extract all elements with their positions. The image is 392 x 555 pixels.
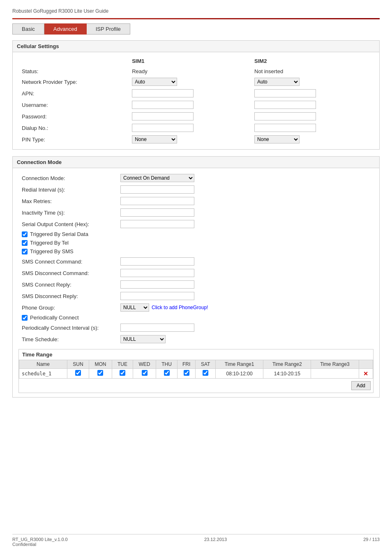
pin-type-row: PIN Type: None None <box>18 134 374 145</box>
sms-connect-cmd-label: SMS Connect Command: <box>18 256 117 267</box>
phone-group-controls: NULL Click to add PhoneGroup! <box>120 303 370 312</box>
status-label: Status: <box>18 67 129 76</box>
time-range-table: Name SUN MON TUE WED THU FRI SAT Time Ra… <box>19 360 373 379</box>
col-range1: Time Range1 <box>216 360 263 369</box>
col-wed: WED <box>133 360 156 369</box>
periodically-interval-input[interactable]: 300 <box>120 324 194 332</box>
sim1-pin-type-select[interactable]: None <box>132 135 177 143</box>
tab-isp-profile[interactable]: ISP Profile <box>87 23 130 35</box>
schedule-mon-checkbox[interactable] <box>97 370 103 376</box>
conn-mode-label: Connection Mode: <box>18 172 117 184</box>
delete-row-button[interactable]: ✕ <box>363 370 368 377</box>
col-range3: Time Range3 <box>311 360 359 369</box>
conn-mode-select[interactable]: Connect On Demand <box>120 174 194 182</box>
time-schedule-select[interactable]: NULL <box>120 335 166 343</box>
add-button[interactable]: Add <box>351 381 371 390</box>
redial-interval-row: Redial Interval (s): 30 <box>18 184 374 195</box>
sms-disconnect-cmd-input[interactable] <box>120 269 194 277</box>
conn-mode-table: Connection Mode: Connect On Demand Redia… <box>18 172 374 230</box>
add-button-container: Add <box>19 379 373 393</box>
sim2-username-input[interactable] <box>254 101 316 109</box>
triggered-serial-row: Triggered By Serial Data <box>18 230 374 238</box>
schedule-range3 <box>311 369 359 379</box>
periodically-table: Periodically Connect Interval (s): 300 T… <box>18 322 374 345</box>
triggered-serial-checkbox[interactable] <box>22 231 28 237</box>
phone-group-row: Phone Group: NULL Click to add PhoneGrou… <box>18 302 374 313</box>
footer-left: RT_UG_R3000 Lite_v.1.0.0 Confidential <box>12 537 68 547</box>
sim2-header: SIM2 <box>251 56 374 67</box>
sms-disconnect-reply-input[interactable] <box>120 292 194 300</box>
sms-disconnect-reply-label: SMS Disconnect Reply: <box>18 290 117 302</box>
schedule-sat-checkbox[interactable] <box>203 370 208 376</box>
cellular-status-row: Status: Ready Not inserted <box>18 67 374 76</box>
periodically-connect-row: Periodically Connect <box>18 313 374 322</box>
triggered-sms-checkbox[interactable] <box>22 249 28 254</box>
periodically-connect-checkbox[interactable] <box>22 315 28 321</box>
tab-basic[interactable]: Basic <box>12 23 44 35</box>
cellular-settings-title: Cellular Settings <box>13 41 379 52</box>
cellular-empty-label <box>18 56 129 67</box>
sim2-pin-type-select[interactable]: None <box>254 135 300 143</box>
sms-fields-table: SMS Connect Command: SMS Disconnect Comm… <box>18 256 374 313</box>
time-range-section: Time Range Name SUN MON TUE WED THU FRI … <box>18 349 374 393</box>
sim1-username-input[interactable] <box>132 101 194 109</box>
triggered-sms-label: Triggered By SMS <box>30 248 74 254</box>
sim1-dialup-input[interactable] <box>132 124 194 132</box>
sim2-apn-input[interactable] <box>254 89 316 97</box>
footer-confidential: Confidential <box>12 542 68 547</box>
col-action <box>359 360 373 369</box>
time-range-title: Time Range <box>19 349 373 360</box>
sim2-network-provider-select[interactable]: Auto <box>254 78 300 86</box>
footer-doc-version: RT_UG_R3000 Lite_v.1.0.0 <box>12 537 68 542</box>
max-retries-input[interactable]: 3 <box>120 197 194 205</box>
sms-connect-reply-input[interactable] <box>120 280 194 289</box>
sim2-password-input[interactable] <box>254 112 316 120</box>
triggered-tel-checkbox[interactable] <box>22 240 28 246</box>
col-fri: FRI <box>177 360 195 369</box>
sms-connect-cmd-input[interactable] <box>120 257 194 266</box>
inactivity-time-input[interactable]: 0 <box>120 208 194 217</box>
cellular-header-row: SIM1 SIM2 <box>18 56 374 67</box>
password-label: Password: <box>18 111 129 122</box>
schedule-name: schedule_1 <box>19 369 67 379</box>
dialup-row: Dialup No.: <box>18 122 374 134</box>
apn-label: APN: <box>18 88 129 99</box>
apn-row: APN: <box>18 88 374 99</box>
network-provider-label: Network Provider Type: <box>18 76 129 88</box>
max-retries-label: Max Retries: <box>18 195 117 207</box>
sms-connect-reply-label: SMS Connect Reply: <box>18 279 117 290</box>
serial-output-input[interactable] <box>120 220 194 228</box>
sms-disconnect-cmd-row: SMS Disconnect Command: <box>18 267 374 279</box>
connection-mode-title: Connection Mode <box>13 157 379 168</box>
sms-disconnect-cmd-label: SMS Disconnect Command: <box>18 267 117 279</box>
col-mon: MON <box>89 360 112 369</box>
schedule-sun-checkbox[interactable] <box>75 370 81 376</box>
sim1-apn-input[interactable] <box>132 89 194 97</box>
sms-connect-reply-row: SMS Connect Reply: <box>18 279 374 290</box>
sim1-password-input[interactable] <box>132 112 194 120</box>
phone-group-select[interactable]: NULL <box>120 303 149 312</box>
username-row: Username: <box>18 99 374 111</box>
col-thu: THU <box>156 360 178 369</box>
schedule-wed-checkbox[interactable] <box>142 370 148 376</box>
phone-group-link[interactable]: Click to add PhoneGroup! <box>152 305 208 310</box>
table-row: schedule_1 08:10-12:00 14:10-20:15 ✕ <box>19 369 373 379</box>
col-sat: SAT <box>196 360 216 369</box>
password-row: Password: <box>18 111 374 122</box>
cellular-table: SIM1 SIM2 Status: Ready Not inserted Net… <box>18 56 374 145</box>
phone-group-label: Phone Group: <box>18 302 117 313</box>
tab-advanced[interactable]: Advanced <box>44 23 87 35</box>
sim1-network-provider-select[interactable]: Auto <box>132 78 177 86</box>
schedule-tue-checkbox[interactable] <box>120 370 125 376</box>
triggered-sms-row: Triggered By SMS <box>18 247 374 256</box>
redial-interval-label: Redial Interval (s): <box>18 184 117 195</box>
sim1-status: Ready <box>129 67 251 76</box>
periodically-interval-label: Periodically Connect Interval (s): <box>18 322 117 333</box>
schedule-fri-checkbox[interactable] <box>184 370 189 376</box>
time-schedule-label: Time Schedule: <box>18 333 117 345</box>
schedule-thu-checkbox[interactable] <box>164 370 170 376</box>
footer-date: 23.12.2013 <box>204 537 227 542</box>
sim1-header: SIM1 <box>129 56 251 67</box>
sim2-dialup-input[interactable] <box>254 124 316 132</box>
redial-interval-input[interactable]: 30 <box>120 185 194 194</box>
